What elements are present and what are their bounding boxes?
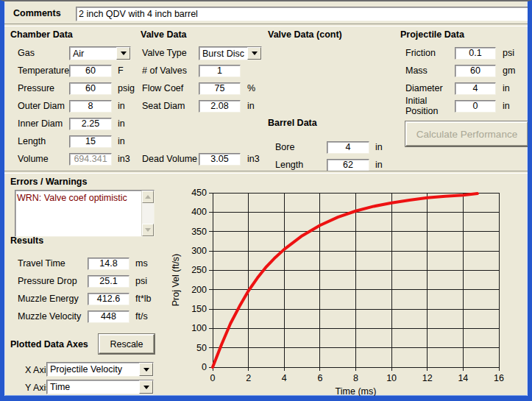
field-label: Flow Coef bbox=[142, 83, 199, 93]
field-label: Valve Type bbox=[142, 48, 199, 58]
seat-diam-input[interactable] bbox=[199, 100, 241, 113]
y-axis-dropdown[interactable]: Time bbox=[46, 380, 154, 394]
field-label: Outer Diam bbox=[18, 101, 69, 111]
y-tick-label: 400 bbox=[191, 207, 207, 217]
field-row: Initial Positionin bbox=[400, 97, 528, 115]
velocity-curve bbox=[213, 194, 478, 367]
unit-label: in bbox=[118, 136, 125, 146]
x-axis-dropdown-value: Projectile Velocity bbox=[47, 363, 139, 376]
pressure-input[interactable] bbox=[69, 82, 112, 95]
y-tick-label: 450 bbox=[191, 188, 207, 198]
travel-time-input[interactable] bbox=[88, 258, 130, 270]
gas-dropdown[interactable]: Air bbox=[69, 46, 131, 60]
muzzle-energy-input[interactable] bbox=[88, 293, 130, 305]
section-valve-data: Valve Data Valve TypeBurst Disc# of Valv… bbox=[141, 29, 262, 168]
muzzle-velocity-input[interactable] bbox=[88, 310, 130, 323]
mass-input[interactable] bbox=[455, 65, 496, 77]
app-window: Comments Chamber Data GasAirTemperatureF… bbox=[0, 0, 532, 401]
field-label: Initial Position bbox=[405, 96, 455, 116]
calculate-performance-button[interactable]: Calculate Performance bbox=[405, 121, 528, 146]
unit-label: ms bbox=[135, 258, 148, 269]
field-label: Travel Time bbox=[18, 258, 88, 269]
errors-warnings-title: Errors / Warnings bbox=[10, 177, 87, 187]
dropdown-value: Air bbox=[70, 47, 116, 60]
unit-label: in3 bbox=[118, 154, 130, 164]
section-title: Projectile Data bbox=[400, 29, 528, 41]
scroll-up-icon[interactable] bbox=[142, 191, 154, 203]
section-barrel-data: Barrel Data BoreinLengthin bbox=[268, 118, 383, 174]
field-row: Massgm bbox=[400, 62, 528, 79]
unit-label: % bbox=[247, 83, 255, 93]
field-row: # of Valves bbox=[141, 62, 262, 79]
error-list-item[interactable]: WRN: Valve coef optimistic bbox=[17, 193, 140, 203]
field-row: Borein bbox=[268, 138, 383, 156]
field-label: Length bbox=[18, 136, 69, 146]
field-label: # of Valves bbox=[142, 65, 199, 76]
y-tick-label: 300 bbox=[191, 246, 207, 256]
section-title: Chamber Data bbox=[10, 29, 135, 41]
field-row: TemperatureF bbox=[10, 62, 135, 79]
unit-label: psig bbox=[118, 83, 135, 93]
scroll-down-icon[interactable] bbox=[142, 224, 154, 236]
errors-scrollbar[interactable] bbox=[141, 191, 154, 236]
volume-input[interactable] bbox=[69, 153, 112, 166]
field-label: Pressure Drop bbox=[18, 276, 88, 286]
section-title: Barrel Data bbox=[268, 118, 383, 129]
field-label: Muzzle Energy bbox=[18, 294, 88, 304]
chevron-down-icon[interactable] bbox=[247, 47, 261, 60]
dead-volume-input[interactable] bbox=[199, 153, 241, 166]
x-tick-label: 12 bbox=[422, 373, 433, 383]
field-row: Travel Timems bbox=[10, 255, 152, 272]
comments-input[interactable] bbox=[76, 7, 531, 21]
field-row: Inner Diamin bbox=[10, 115, 135, 132]
field-label: Muzzle Velocity bbox=[18, 311, 88, 322]
pressure-drop-input[interactable] bbox=[88, 275, 130, 288]
x-tick-label: 8 bbox=[353, 373, 358, 383]
unit-label: psi bbox=[135, 276, 147, 286]
unit-label: in bbox=[503, 83, 510, 93]
x-axis-dropdown[interactable]: Projectile Velocity bbox=[46, 362, 154, 377]
chevron-down-icon[interactable] bbox=[116, 47, 130, 60]
separator bbox=[4, 171, 528, 174]
comments-label: Comments bbox=[13, 8, 61, 18]
field-row: Lengthin bbox=[10, 132, 135, 150]
field-label: Temperature bbox=[18, 65, 69, 76]
diameter-input[interactable] bbox=[455, 82, 496, 95]
field-label: Length bbox=[275, 160, 327, 170]
inner-diam-input[interactable] bbox=[69, 118, 112, 130]
chevron-down-icon[interactable] bbox=[139, 363, 153, 376]
initial-position-input[interactable] bbox=[455, 100, 496, 113]
temperature-input[interactable] bbox=[69, 65, 112, 77]
bore-input[interactable] bbox=[327, 141, 369, 154]
length-input[interactable] bbox=[327, 159, 369, 171]
field-row: Dead Volumein3 bbox=[141, 150, 262, 168]
unit-label: in bbox=[118, 118, 125, 129]
x-tick-label: 2 bbox=[246, 373, 251, 383]
of-valves-input[interactable] bbox=[199, 65, 241, 77]
field-label: Volume bbox=[18, 154, 69, 164]
separator bbox=[4, 24, 528, 26]
field-row: Outer Diamin bbox=[10, 97, 135, 115]
field-row: Seat Diamin bbox=[141, 97, 262, 115]
rescale-button[interactable]: Rescale bbox=[99, 334, 155, 354]
y-tick-label: 150 bbox=[191, 304, 207, 314]
field-label: Gas bbox=[18, 48, 69, 58]
field-row: Muzzle Energyft*lb bbox=[10, 290, 152, 308]
section-title: Valve Data (cont) bbox=[268, 29, 342, 41]
valve-type-dropdown[interactable]: Burst Disc bbox=[199, 46, 262, 60]
y-tick-label: 50 bbox=[196, 343, 207, 353]
field-label: Diameter bbox=[405, 83, 455, 93]
flow-coef-input[interactable] bbox=[199, 82, 241, 95]
outer-diam-input[interactable] bbox=[69, 100, 112, 113]
unit-label: gm bbox=[503, 65, 515, 76]
chevron-down-icon[interactable] bbox=[139, 380, 153, 394]
section-results: Travel TimemsPressure DroppsiMuzzle Ener… bbox=[10, 249, 152, 325]
errors-listbox[interactable]: WRN: Valve coef optimistic bbox=[15, 190, 155, 237]
field-label: Dead Volume bbox=[142, 154, 199, 164]
x-tick-label: 10 bbox=[386, 373, 397, 383]
section-chamber-data: Chamber Data GasAirTemperatureFPressurep… bbox=[10, 29, 135, 168]
length-input[interactable] bbox=[69, 135, 112, 148]
friction-input[interactable] bbox=[455, 47, 496, 60]
unit-label: F bbox=[118, 65, 124, 76]
x-tick-label: 0 bbox=[210, 373, 216, 383]
